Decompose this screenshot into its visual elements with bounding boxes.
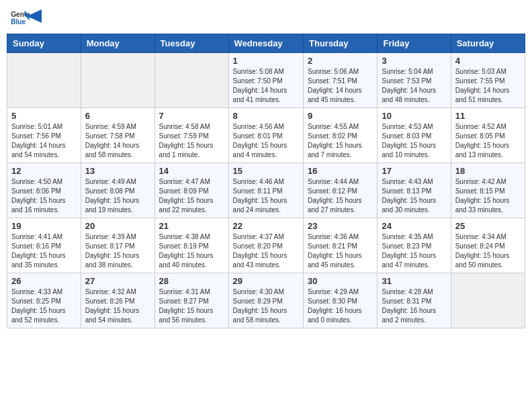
day-info: Sunrise: 4:31 AM Sunset: 8:27 PM Dayligh…: [159, 287, 224, 325]
day-info: Sunrise: 4:56 AM Sunset: 8:01 PM Dayligh…: [233, 122, 299, 160]
logo-arrow-icon: [27, 9, 42, 23]
day-info: Sunrise: 4:49 AM Sunset: 8:08 PM Dayligh…: [85, 177, 150, 215]
calendar-cell: 31Sunrise: 4:28 AM Sunset: 8:31 PM Dayli…: [378, 273, 451, 328]
day-number: 16: [308, 166, 373, 176]
calendar-cell: 9Sunrise: 4:55 AM Sunset: 8:02 PM Daylig…: [304, 108, 378, 163]
calendar-cell: [81, 53, 154, 108]
day-info: Sunrise: 4:28 AM Sunset: 8:31 PM Dayligh…: [382, 287, 446, 325]
day-number: 28: [159, 276, 224, 286]
day-info: Sunrise: 4:50 AM Sunset: 8:06 PM Dayligh…: [11, 177, 77, 215]
day-info: Sunrise: 4:30 AM Sunset: 8:29 PM Dayligh…: [233, 287, 299, 325]
day-number: 15: [233, 166, 299, 176]
week-row-1: 1Sunrise: 5:08 AM Sunset: 7:50 PM Daylig…: [7, 53, 525, 108]
day-number: 23: [308, 221, 373, 231]
day-info: Sunrise: 4:44 AM Sunset: 8:12 PM Dayligh…: [308, 177, 373, 215]
day-info: Sunrise: 4:42 AM Sunset: 8:15 PM Dayligh…: [455, 177, 521, 215]
day-number: 22: [233, 221, 299, 231]
day-info: Sunrise: 4:33 AM Sunset: 8:25 PM Dayligh…: [11, 287, 77, 325]
weekday-header-thursday: Thursday: [304, 34, 378, 53]
week-row-3: 12Sunrise: 4:50 AM Sunset: 8:06 PM Dayli…: [7, 163, 525, 218]
calendar-cell: 13Sunrise: 4:49 AM Sunset: 8:08 PM Dayli…: [81, 163, 154, 218]
calendar-cell: 5Sunrise: 5:01 AM Sunset: 7:56 PM Daylig…: [7, 108, 81, 163]
day-number: 7: [159, 111, 224, 121]
day-info: Sunrise: 4:37 AM Sunset: 8:20 PM Dayligh…: [233, 232, 299, 270]
day-info: Sunrise: 5:06 AM Sunset: 7:51 PM Dayligh…: [308, 67, 373, 105]
day-info: Sunrise: 4:55 AM Sunset: 8:02 PM Dayligh…: [308, 122, 373, 160]
week-row-2: 5Sunrise: 5:01 AM Sunset: 7:56 PM Daylig…: [7, 108, 525, 163]
weekday-header-monday: Monday: [81, 34, 154, 53]
day-number: 25: [455, 221, 521, 231]
weekday-header-tuesday: Tuesday: [154, 34, 228, 53]
day-info: Sunrise: 4:43 AM Sunset: 8:13 PM Dayligh…: [382, 177, 446, 215]
calendar-cell: 2Sunrise: 5:06 AM Sunset: 7:51 PM Daylig…: [304, 53, 378, 108]
day-number: 26: [11, 276, 77, 286]
day-info: Sunrise: 4:47 AM Sunset: 8:09 PM Dayligh…: [159, 177, 224, 215]
calendar-cell: 4Sunrise: 5:03 AM Sunset: 7:55 PM Daylig…: [451, 53, 525, 108]
week-row-4: 19Sunrise: 4:41 AM Sunset: 8:16 PM Dayli…: [7, 218, 525, 273]
calendar-cell: 21Sunrise: 4:38 AM Sunset: 8:19 PM Dayli…: [154, 218, 228, 273]
calendar-cell: 15Sunrise: 4:46 AM Sunset: 8:11 PM Dayli…: [228, 163, 303, 218]
calendar-cell: 7Sunrise: 4:58 AM Sunset: 7:59 PM Daylig…: [154, 108, 228, 163]
calendar-cell: 26Sunrise: 4:33 AM Sunset: 8:25 PM Dayli…: [7, 273, 81, 328]
calendar-cell: 14Sunrise: 4:47 AM Sunset: 8:09 PM Dayli…: [154, 163, 228, 218]
day-info: Sunrise: 4:53 AM Sunset: 8:03 PM Dayligh…: [382, 122, 446, 160]
weekday-header-friday: Friday: [378, 34, 451, 53]
day-number: 5: [11, 111, 77, 121]
day-number: 13: [85, 166, 150, 176]
calendar-cell: 10Sunrise: 4:53 AM Sunset: 8:03 PM Dayli…: [378, 108, 451, 163]
day-number: 1: [233, 56, 299, 66]
day-info: Sunrise: 5:01 AM Sunset: 7:56 PM Dayligh…: [11, 122, 77, 160]
calendar-cell: 1Sunrise: 5:08 AM Sunset: 7:50 PM Daylig…: [228, 53, 303, 108]
calendar-cell: 8Sunrise: 4:56 AM Sunset: 8:01 PM Daylig…: [228, 108, 303, 163]
weekday-header-wednesday: Wednesday: [228, 34, 303, 53]
calendar-table: SundayMondayTuesdayWednesdayThursdayFrid…: [7, 34, 525, 328]
day-number: 8: [233, 111, 299, 121]
day-number: 12: [11, 166, 77, 176]
weekday-header-row: SundayMondayTuesdayWednesdayThursdayFrid…: [7, 34, 525, 53]
calendar-cell: 28Sunrise: 4:31 AM Sunset: 8:27 PM Dayli…: [154, 273, 228, 328]
day-number: 21: [159, 221, 224, 231]
day-info: Sunrise: 5:08 AM Sunset: 7:50 PM Dayligh…: [233, 67, 299, 105]
day-number: 18: [455, 166, 521, 176]
day-number: 11: [455, 111, 521, 121]
calendar-cell: 16Sunrise: 4:44 AM Sunset: 8:12 PM Dayli…: [304, 163, 378, 218]
day-info: Sunrise: 4:29 AM Sunset: 8:30 PM Dayligh…: [308, 287, 373, 325]
svg-text:Blue: Blue: [11, 18, 26, 26]
calendar-cell: [451, 273, 525, 328]
day-number: 3: [382, 56, 446, 66]
calendar-cell: 22Sunrise: 4:37 AM Sunset: 8:20 PM Dayli…: [228, 218, 303, 273]
day-info: Sunrise: 4:41 AM Sunset: 8:16 PM Dayligh…: [11, 232, 77, 270]
day-info: Sunrise: 4:46 AM Sunset: 8:11 PM Dayligh…: [233, 177, 299, 215]
day-info: Sunrise: 4:38 AM Sunset: 8:19 PM Dayligh…: [159, 232, 224, 270]
day-info: Sunrise: 5:03 AM Sunset: 7:55 PM Dayligh…: [455, 67, 521, 105]
day-number: 2: [308, 56, 373, 66]
calendar-cell: 25Sunrise: 4:34 AM Sunset: 8:24 PM Dayli…: [451, 218, 525, 273]
day-info: Sunrise: 4:52 AM Sunset: 8:05 PM Dayligh…: [455, 122, 521, 160]
day-number: 30: [308, 276, 373, 286]
calendar-cell: 27Sunrise: 4:32 AM Sunset: 8:26 PM Dayli…: [81, 273, 154, 328]
day-number: 24: [382, 221, 446, 231]
week-row-5: 26Sunrise: 4:33 AM Sunset: 8:25 PM Dayli…: [7, 273, 525, 328]
day-info: Sunrise: 5:04 AM Sunset: 7:53 PM Dayligh…: [382, 67, 446, 105]
day-number: 31: [382, 276, 446, 286]
day-number: 29: [233, 276, 299, 286]
day-number: 6: [85, 111, 150, 121]
logo: General Blue: [11, 9, 42, 26]
day-number: 20: [85, 221, 150, 231]
page-header: General Blue: [7, 7, 525, 28]
day-number: 4: [455, 56, 521, 66]
day-info: Sunrise: 4:36 AM Sunset: 8:21 PM Dayligh…: [308, 232, 373, 270]
day-number: 9: [308, 111, 373, 121]
day-number: 27: [85, 276, 150, 286]
calendar-cell: 20Sunrise: 4:39 AM Sunset: 8:17 PM Dayli…: [81, 218, 154, 273]
calendar-cell: 29Sunrise: 4:30 AM Sunset: 8:29 PM Dayli…: [228, 273, 303, 328]
calendar-cell: 24Sunrise: 4:35 AM Sunset: 8:23 PM Dayli…: [378, 218, 451, 273]
calendar-cell: 18Sunrise: 4:42 AM Sunset: 8:15 PM Dayli…: [451, 163, 525, 218]
day-number: 14: [159, 166, 224, 176]
svg-marker-4: [27, 9, 42, 23]
day-info: Sunrise: 4:32 AM Sunset: 8:26 PM Dayligh…: [85, 287, 150, 325]
day-number: 10: [382, 111, 446, 121]
calendar-cell: 19Sunrise: 4:41 AM Sunset: 8:16 PM Dayli…: [7, 218, 81, 273]
calendar-cell: [7, 53, 81, 108]
weekday-header-saturday: Saturday: [451, 34, 525, 53]
